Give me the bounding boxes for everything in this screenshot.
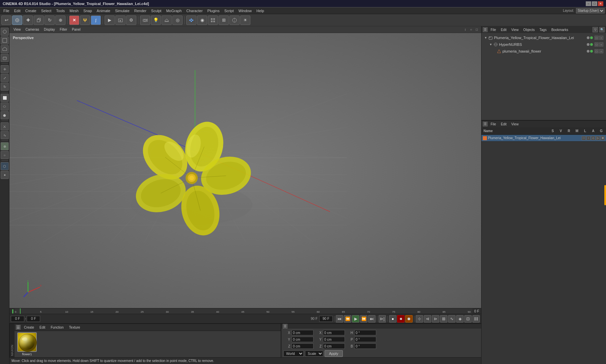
next-key-btn[interactable]: ⊳ (432, 315, 439, 323)
lt-bridge[interactable]: ∿ (1, 131, 9, 139)
rp-tags[interactable]: Tags (538, 28, 548, 32)
rotate-button[interactable]: ↻ (45, 16, 55, 25)
scale-mode-dropdown[interactable]: Scale Size (305, 351, 323, 357)
lt-rotate-tool[interactable]: ↻ (1, 83, 9, 91)
obj-icon-3[interactable]: ◇ (591, 136, 595, 140)
material-button[interactable]: ◉ (197, 16, 207, 25)
menu-help[interactable]: Help (254, 8, 266, 13)
vp-menu-display[interactable]: Display (42, 27, 57, 32)
light-button[interactable]: 💡 (151, 16, 161, 25)
lt-select-lasso[interactable]: ⬭ (1, 102, 9, 111)
vp-expand-icon[interactable]: ↕ (463, 27, 468, 32)
lt-select-poly[interactable]: ⬟ (1, 111, 9, 119)
render-to-po-button[interactable] (115, 16, 126, 25)
obj-row-root[interactable]: Plumeria_Yellow_Tropical_Flower_Hawaiian… (481, 135, 606, 142)
parameter-btn[interactable]: ⊡ (464, 315, 472, 323)
menu-mograph[interactable]: MoGraph (164, 8, 184, 13)
lt-tweak[interactable]: ⊕ (1, 142, 9, 150)
timeline-btn[interactable]: ⊞ (440, 315, 447, 323)
tree-item-flower[interactable]: ▶ plumeria_hawaii_flower □ ○ (483, 48, 605, 55)
b-input[interactable]: 0 ° (354, 343, 376, 349)
menu-sculpt[interactable]: Sculpt (149, 8, 164, 13)
material-swatch-flower1[interactable] (17, 332, 37, 352)
vp-circle-icon[interactable]: ○ (469, 27, 473, 32)
obj-icon-1[interactable]: □ (582, 136, 586, 140)
timeline-current-marker[interactable] (20, 308, 21, 314)
start-frame-input[interactable] (27, 316, 40, 322)
y-pos-input[interactable]: 0 cm (292, 337, 313, 342)
particle-button[interactable] (186, 16, 196, 25)
bend-button[interactable]: ∫ (91, 16, 101, 25)
go-to-start-button[interactable]: ⏮ (336, 315, 343, 323)
tree-item-hypernurbs[interactable]: ▼ HyperNURBS □ ○ (483, 41, 605, 48)
tree-icon-btn2[interactable]: ○ (599, 36, 603, 40)
search-icon[interactable]: 🔍 (599, 27, 605, 32)
render-settings-button[interactable]: ⚙ (126, 16, 136, 25)
tree-icon-btn6[interactable]: ○ (599, 49, 603, 53)
menu-snap[interactable]: Snap (81, 8, 94, 13)
rm-view[interactable]: View (509, 122, 520, 126)
viewport-canvas[interactable]: Perspective (9, 33, 481, 308)
scroll-indicator[interactable] (604, 185, 606, 205)
camera-button[interactable] (140, 16, 150, 25)
z-rot-input[interactable]: 0 cm (323, 343, 345, 349)
move-tool-button[interactable] (12, 16, 22, 25)
lt-move-tool[interactable]: ✛ (1, 65, 9, 73)
prev-key-btn[interactable]: ⊲ (424, 315, 431, 323)
lt-select-rect[interactable]: ⬜ (1, 94, 9, 102)
record-auto-btn[interactable]: ⏺ (405, 315, 413, 323)
obj-icon-2[interactable]: ○ (586, 136, 590, 140)
obj-icon-5[interactable]: ⊞ (601, 136, 605, 140)
lt-mode-point[interactable] (1, 28, 9, 36)
menu-select[interactable]: Select (39, 8, 54, 13)
tree-icon-btn4[interactable]: ○ (599, 42, 603, 47)
menu-file[interactable]: File (1, 8, 11, 13)
timeline-ruler[interactable]: 0 5 10 15 20 25 30 35 40 45 50 55 60 65 (15, 308, 472, 314)
rp-bookmarks[interactable]: Bookmarks (550, 28, 570, 32)
obj-icon-4[interactable]: ▷ (596, 136, 600, 140)
rm-file[interactable]: File (489, 122, 498, 126)
menu-mesh[interactable]: Mesh (67, 8, 81, 13)
go-to-prev-button[interactable]: ⏪ (344, 315, 351, 323)
menu-tools[interactable]: Tools (54, 8, 67, 13)
render-active-button[interactable]: ▶ (105, 16, 115, 25)
add-button[interactable]: ⊕ (55, 16, 65, 25)
rp-view[interactable]: View (509, 28, 520, 32)
viewport-solo-button[interactable] (229, 16, 240, 25)
motion-btn[interactable]: ◈ (456, 315, 464, 323)
rt-panel-icon[interactable]: ☰ (483, 27, 488, 32)
coord-system-dropdown[interactable]: World Object Screen (283, 351, 304, 357)
menu-script[interactable]: Script (222, 8, 236, 13)
menu-edit[interactable]: Edit (12, 8, 23, 13)
go-to-last-key-button[interactable]: ⊳| (379, 315, 386, 323)
headlight-button[interactable]: ☀ (240, 16, 250, 25)
rp-objects[interactable]: Objects (522, 28, 536, 32)
close-button[interactable]: ✕ (598, 1, 603, 6)
timeline-area[interactable]: ▐ 0 5 10 15 20 25 30 35 40 (9, 308, 481, 314)
floor-button[interactable] (162, 16, 172, 25)
menu-animate[interactable]: Animate (95, 8, 112, 13)
lt-mode-object[interactable] (1, 54, 9, 62)
cube-button[interactable] (34, 16, 44, 25)
y-rot-input[interactable]: 0 cm (323, 337, 345, 342)
play-button[interactable]: ▶ (352, 315, 359, 323)
lt-mode-edge[interactable] (1, 36, 9, 44)
xpresso-button[interactable]: ✕ (69, 16, 79, 25)
undo-button[interactable]: ↩ (1, 16, 11, 25)
go-to-next-button[interactable]: ⏩ (360, 315, 367, 323)
mat-create[interactable]: Create (22, 325, 36, 330)
filter-icon[interactable]: ▽ (593, 27, 598, 32)
menu-plugins[interactable]: Plugins (205, 8, 222, 13)
layout-select[interactable]: Startup (User) (576, 8, 605, 13)
stop-btn[interactable]: ■ (397, 315, 405, 323)
p-input[interactable]: 0 ° (354, 337, 376, 342)
end-frame-input[interactable] (319, 316, 333, 322)
scene-objects-button[interactable] (208, 16, 218, 25)
menu-simulate[interactable]: Simulate (113, 8, 132, 13)
vp-menu-panel[interactable]: Panel (70, 27, 83, 32)
mat-function[interactable]: Function (49, 325, 65, 330)
boole-button[interactable]: Ψ (80, 16, 90, 25)
material-item[interactable]: flower1 (17, 332, 37, 356)
lt-texture-axis[interactable]: ✦ (1, 171, 9, 179)
record-btn[interactable]: ● (389, 315, 396, 323)
